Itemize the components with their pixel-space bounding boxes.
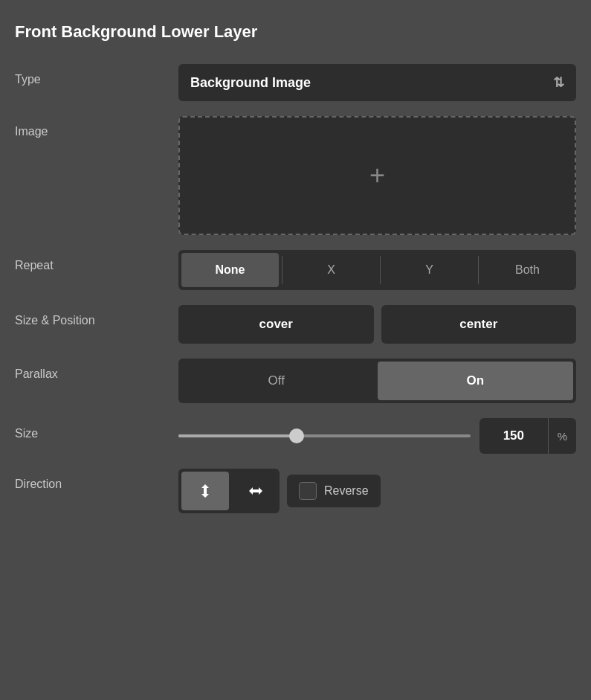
size-position-buttons: cover center bbox=[178, 305, 576, 344]
size-position-row: Size & Position cover center bbox=[15, 305, 576, 344]
repeat-none-button[interactable]: None bbox=[181, 253, 279, 287]
image-upload-area[interactable]: + bbox=[178, 116, 576, 235]
parallax-row: Parallax Off On bbox=[15, 359, 576, 403]
vertical-arrows-icon bbox=[196, 482, 214, 500]
reverse-label: Reverse bbox=[324, 484, 369, 498]
parallax-off-button[interactable]: Off bbox=[178, 359, 375, 403]
reverse-group: Reverse bbox=[287, 475, 381, 507]
image-content: + bbox=[178, 116, 576, 235]
panel-title: Front Background Lower Layer bbox=[15, 22, 576, 42]
dropdown-arrow-icon: ⇅ bbox=[553, 74, 564, 91]
horizontal-arrows-icon bbox=[247, 482, 265, 500]
size-unit-display: % bbox=[549, 420, 576, 453]
repeat-x-button[interactable]: X bbox=[282, 250, 380, 290]
direction-label: Direction bbox=[15, 469, 178, 491]
parallax-label: Parallax bbox=[15, 359, 178, 381]
direction-row: Direction Reverse bbox=[15, 469, 576, 513]
direction-horizontal-button[interactable] bbox=[232, 469, 280, 513]
type-label: Type bbox=[15, 64, 178, 86]
type-dropdown-value: Background Image bbox=[190, 75, 311, 91]
direction-content: Reverse bbox=[178, 469, 576, 513]
repeat-label: Repeat bbox=[15, 250, 178, 272]
size-position-label: Size & Position bbox=[15, 305, 178, 327]
slider-filled-track bbox=[178, 434, 295, 437]
image-label: Image bbox=[15, 116, 178, 138]
slider-thumb[interactable] bbox=[289, 428, 304, 443]
direction-toggle-group bbox=[178, 469, 280, 513]
size-slider-group: 150 % bbox=[178, 418, 576, 454]
type-dropdown[interactable]: Background Image ⇅ bbox=[178, 64, 576, 101]
type-content: Background Image ⇅ bbox=[178, 64, 576, 101]
size-value-box: 150 % bbox=[479, 418, 576, 454]
slider-track bbox=[178, 434, 471, 437]
image-row: Image + bbox=[15, 116, 576, 235]
size-slider-content: 150 % bbox=[178, 418, 576, 454]
repeat-both-button[interactable]: Both bbox=[479, 250, 576, 290]
size-button[interactable]: cover bbox=[178, 305, 374, 344]
slider-container[interactable] bbox=[178, 428, 471, 443]
repeat-content: None X Y Both bbox=[178, 250, 576, 290]
reverse-checkbox[interactable] bbox=[299, 482, 317, 500]
parallax-content: Off On bbox=[178, 359, 576, 403]
repeat-toggle-group: None X Y Both bbox=[178, 250, 576, 290]
parallax-toggle-group: Off On bbox=[178, 359, 576, 403]
add-image-icon: + bbox=[369, 160, 385, 191]
direction-vertical-button[interactable] bbox=[181, 472, 229, 510]
type-row: Type Background Image ⇅ bbox=[15, 64, 576, 101]
size-position-content: cover center bbox=[178, 305, 576, 344]
direction-controls: Reverse bbox=[178, 469, 576, 513]
repeat-row: Repeat None X Y Both bbox=[15, 250, 576, 290]
position-button[interactable]: center bbox=[381, 305, 577, 344]
size-slider-label: Size bbox=[15, 418, 178, 440]
size-value-display[interactable]: 150 bbox=[479, 418, 549, 454]
repeat-y-button[interactable]: Y bbox=[381, 250, 478, 290]
size-slider-row: Size 150 % bbox=[15, 418, 576, 454]
parallax-on-button[interactable]: On bbox=[378, 362, 574, 400]
